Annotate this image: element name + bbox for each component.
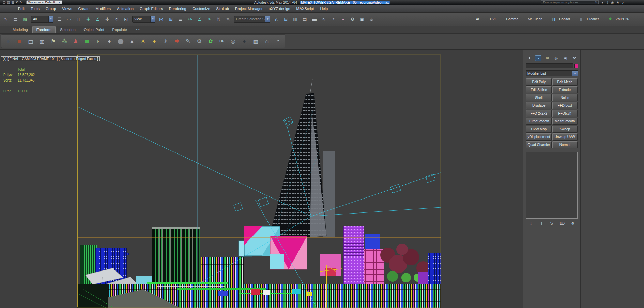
undo-icon[interactable]: ↶: [16, 1, 18, 4]
vmpp26-icon[interactable]: ❖: [609, 17, 612, 21]
plugin-cleaner[interactable]: Cleaner: [587, 17, 599, 21]
foliage-icon[interactable]: ✿: [206, 36, 215, 47]
scatter-icon[interactable]: ⁂: [60, 36, 69, 47]
modifier-button-turbosmooth[interactable]: TurboSmooth: [526, 118, 552, 125]
scene-explorer-icon[interactable]: ▥: [291, 15, 300, 24]
modifier-button-ffd-cyl[interactable]: FFD(cyl): [552, 110, 578, 117]
selection-filter-dropdown[interactable]: All ▼: [31, 16, 53, 23]
modifier-button-sweep[interactable]: Sweep: [552, 126, 578, 133]
menu-item-group[interactable]: Group: [43, 5, 59, 13]
menu-item-simlab[interactable]: SimLab: [213, 5, 232, 13]
ribbon-tab-selection[interactable]: Selection: [56, 26, 79, 33]
make-unique-icon[interactable]: ⋁: [549, 221, 555, 226]
select-by-name-icon[interactable]: ▤: [11, 15, 20, 24]
modifier-button-edit-mesh[interactable]: Edit Mesh: [552, 78, 578, 86]
ribbon-tab-freeform[interactable]: Freeform: [32, 26, 56, 33]
grid-tools-icon[interactable]: ▤: [26, 36, 35, 47]
cylinder-primitive-icon[interactable]: ⬤: [116, 36, 125, 47]
modifier-button-noise[interactable]: Noise: [552, 94, 578, 101]
modify-tab-icon[interactable]: ◔: [535, 55, 541, 61]
populate-people-icon[interactable]: ♟: [71, 36, 80, 47]
infocenter-search[interactable]: ⊙: [541, 0, 599, 4]
menu-item-animation[interactable]: Animation: [114, 5, 137, 13]
align-icon[interactable]: ⊞: [166, 15, 175, 24]
table-grid-icon[interactable]: ▦: [251, 36, 260, 47]
search-icon[interactable]: ⊙: [595, 1, 597, 4]
object-color-swatch[interactable]: [574, 64, 578, 68]
motion-tab-icon[interactable]: ◎: [553, 55, 559, 61]
plugin-mr-clean[interactable]: Mr. Clean: [528, 17, 542, 21]
height-field-icon[interactable]: HF: [217, 36, 227, 47]
plugin-copitor[interactable]: Copitor: [559, 17, 570, 21]
menu-item-graph-editors[interactable]: Graph Editors: [137, 5, 166, 13]
material-editor-icon[interactable]: ◕: [338, 15, 348, 24]
select-and-rotate-icon[interactable]: ↻: [112, 15, 121, 24]
menu-item-customize[interactable]: Customize: [189, 5, 213, 13]
dark-sphere-icon[interactable]: ●: [240, 36, 249, 47]
favorites-icon[interactable]: ★: [616, 1, 619, 4]
layer-explorer-icon[interactable]: ▤: [300, 15, 309, 24]
sphere-primitive-icon[interactable]: ●: [105, 36, 114, 47]
ribbon-tab-populate[interactable]: Populate: [108, 26, 131, 33]
coordinate-system-dropdown[interactable]: View ▼: [132, 16, 155, 23]
menu-item-tools[interactable]: Tools: [28, 5, 43, 13]
modifier-button-quad-chamfer[interactable]: Quad Chamfer: [526, 141, 552, 148]
menu-item-rendering[interactable]: Rendering: [166, 5, 189, 13]
menu-item-help[interactable]: Help: [317, 5, 331, 13]
modifier-button-unwrap-uvw[interactable]: Unwrap UVW: [552, 133, 578, 141]
snap-25d-icon[interactable]: 2.5: [185, 15, 195, 24]
modifier-button-displace[interactable]: Displace: [526, 102, 552, 109]
object-name-field[interactable]: [526, 63, 573, 68]
menu-item-create[interactable]: Create: [75, 5, 92, 13]
streetlamp-icon[interactable]: ⚑: [48, 36, 58, 47]
named-selection-dropdown[interactable]: Create Selection Se ▼: [234, 16, 270, 23]
percent-snap-icon[interactable]: %: [204, 15, 214, 24]
plugin-gamma[interactable]: Gamma: [506, 17, 518, 21]
building-icon[interactable]: ⌂: [262, 36, 272, 47]
mirror-tool-icon[interactable]: ◭: [272, 15, 281, 24]
angle-snap-toggle-icon[interactable]: ∠: [93, 15, 102, 24]
plugin-vmpp26[interactable]: VMPP26: [616, 17, 629, 21]
menu-item-axyz-design[interactable]: aXYZ design: [266, 5, 293, 13]
ribbon-tab-modeling[interactable]: Modeling: [9, 26, 32, 33]
search-dropdown-icon[interactable]: ▾: [601, 1, 603, 4]
rendered-frame-icon[interactable]: ▣: [357, 15, 367, 24]
ribbon-config[interactable]: ▪ ▾: [136, 26, 140, 33]
menu-item-project-manager[interactable]: Project Manager: [232, 5, 266, 13]
modifier-list-dropdown[interactable]: Modifier List ▼: [526, 70, 578, 76]
named-selection-edit-icon[interactable]: ✎: [224, 15, 233, 24]
select-and-move-icon[interactable]: ✜: [103, 15, 112, 24]
display-tab-icon[interactable]: ▣: [562, 55, 569, 61]
save-file-icon[interactable]: ▦: [11, 1, 14, 4]
angle-snap-icon[interactable]: ∠: [195, 15, 204, 24]
spray-icon[interactable]: ✱: [172, 36, 182, 47]
sun-sphere-icon[interactable]: ●: [150, 36, 159, 47]
modifier-button-ffd-box[interactable]: FFD(box): [552, 102, 578, 109]
modifier-button-extrude[interactable]: Extrude: [552, 86, 578, 93]
modifier-button-ffd-2x2x2[interactable]: FFD 2x2x2: [526, 110, 552, 117]
search-input[interactable]: [542, 1, 593, 4]
pin-stack-icon[interactable]: ↧: [527, 221, 534, 226]
schematic-view-icon[interactable]: #: [329, 15, 338, 24]
remove-modifier-icon[interactable]: ⌦: [559, 221, 566, 226]
ribbon-help-icon[interactable]: ?: [273, 36, 283, 47]
exchange-apps-icon[interactable]: ⇩: [605, 1, 608, 4]
render-setup-icon[interactable]: ⚙: [348, 15, 357, 24]
selection-region-icon[interactable]: ▧: [20, 15, 30, 24]
copitor-icon[interactable]: ◨: [552, 17, 556, 21]
grid-tools2-icon[interactable]: ▦: [37, 36, 47, 47]
dome-primitive-icon[interactable]: ◗: [93, 36, 103, 47]
infocenter-help-icon[interactable]: ?: [622, 1, 624, 4]
viewport-scene[interactable]: [0, 50, 523, 308]
modifier-button-edit-poly[interactable]: Edit Poly: [526, 78, 552, 86]
modifier-button-normal[interactable]: Normal: [552, 141, 578, 148]
mirror-icon[interactable]: ⋈: [157, 15, 166, 24]
plugin-ap[interactable]: AP: [476, 17, 480, 21]
plugin-uvl[interactable]: UVL: [490, 17, 496, 21]
create-tab-icon[interactable]: ✦: [526, 55, 533, 61]
spinner-snap-icon[interactable]: ⇅: [214, 15, 223, 24]
viewport[interactable]: [+] [ FINAL - CAM 003 FRAME 101 ] [ Shad…: [0, 50, 523, 308]
viewport-label[interactable]: [+] [ FINAL - CAM 003 FRAME 101 ] [ Shad…: [1, 56, 100, 61]
new-scene-icon[interactable]: ▢: [3, 1, 6, 4]
layer-manager-icon[interactable]: ≣: [176, 15, 185, 24]
